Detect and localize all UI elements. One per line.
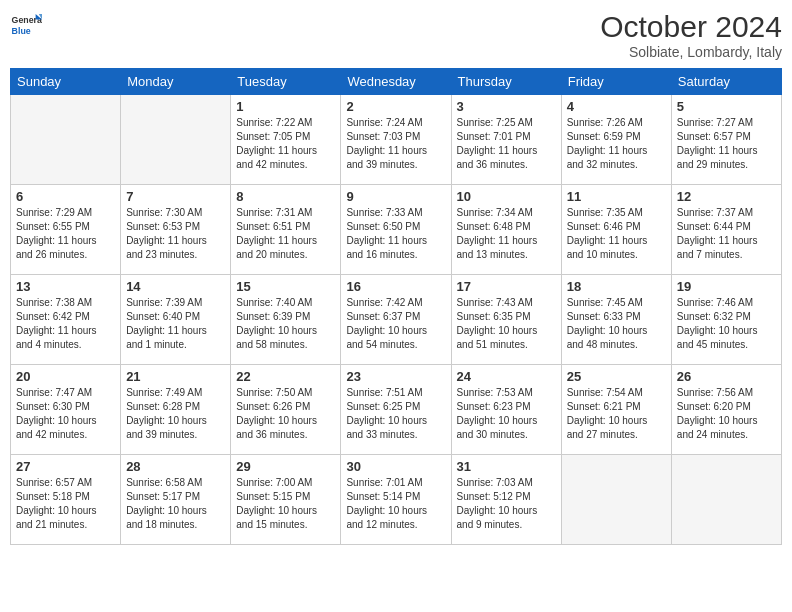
day-number: 21: [126, 369, 225, 384]
cell-info: Sunrise: 7:03 AM Sunset: 5:12 PM Dayligh…: [457, 476, 556, 532]
calendar-week-row: 6Sunrise: 7:29 AM Sunset: 6:55 PM Daylig…: [11, 185, 782, 275]
logo-icon: General Blue: [10, 10, 42, 42]
day-number: 3: [457, 99, 556, 114]
calendar-cell: 20Sunrise: 7:47 AM Sunset: 6:30 PM Dayli…: [11, 365, 121, 455]
day-number: 29: [236, 459, 335, 474]
calendar-cell: [121, 95, 231, 185]
calendar-header-row: SundayMondayTuesdayWednesdayThursdayFrid…: [11, 69, 782, 95]
col-header-sunday: Sunday: [11, 69, 121, 95]
day-number: 18: [567, 279, 666, 294]
calendar-cell: 30Sunrise: 7:01 AM Sunset: 5:14 PM Dayli…: [341, 455, 451, 545]
cell-info: Sunrise: 7:54 AM Sunset: 6:21 PM Dayligh…: [567, 386, 666, 442]
calendar-cell: 9Sunrise: 7:33 AM Sunset: 6:50 PM Daylig…: [341, 185, 451, 275]
calendar-cell: 1Sunrise: 7:22 AM Sunset: 7:05 PM Daylig…: [231, 95, 341, 185]
col-header-friday: Friday: [561, 69, 671, 95]
logo: General Blue: [10, 10, 42, 42]
svg-text:Blue: Blue: [12, 26, 31, 36]
cell-info: Sunrise: 7:33 AM Sunset: 6:50 PM Dayligh…: [346, 206, 445, 262]
cell-info: Sunrise: 7:34 AM Sunset: 6:48 PM Dayligh…: [457, 206, 556, 262]
calendar-cell: 14Sunrise: 7:39 AM Sunset: 6:40 PM Dayli…: [121, 275, 231, 365]
calendar-cell: 6Sunrise: 7:29 AM Sunset: 6:55 PM Daylig…: [11, 185, 121, 275]
calendar-week-row: 13Sunrise: 7:38 AM Sunset: 6:42 PM Dayli…: [11, 275, 782, 365]
day-number: 12: [677, 189, 776, 204]
calendar-table: SundayMondayTuesdayWednesdayThursdayFrid…: [10, 68, 782, 545]
calendar-cell: [561, 455, 671, 545]
day-number: 11: [567, 189, 666, 204]
calendar-cell: 11Sunrise: 7:35 AM Sunset: 6:46 PM Dayli…: [561, 185, 671, 275]
page-header: General Blue October 2024 Solbiate, Lomb…: [10, 10, 782, 60]
day-number: 10: [457, 189, 556, 204]
cell-info: Sunrise: 7:49 AM Sunset: 6:28 PM Dayligh…: [126, 386, 225, 442]
day-number: 30: [346, 459, 445, 474]
day-number: 8: [236, 189, 335, 204]
cell-info: Sunrise: 7:01 AM Sunset: 5:14 PM Dayligh…: [346, 476, 445, 532]
title-block: October 2024 Solbiate, Lombardy, Italy: [600, 10, 782, 60]
cell-info: Sunrise: 7:29 AM Sunset: 6:55 PM Dayligh…: [16, 206, 115, 262]
calendar-cell: 23Sunrise: 7:51 AM Sunset: 6:25 PM Dayli…: [341, 365, 451, 455]
calendar-cell: 2Sunrise: 7:24 AM Sunset: 7:03 PM Daylig…: [341, 95, 451, 185]
cell-info: Sunrise: 7:39 AM Sunset: 6:40 PM Dayligh…: [126, 296, 225, 352]
day-number: 19: [677, 279, 776, 294]
cell-info: Sunrise: 7:00 AM Sunset: 5:15 PM Dayligh…: [236, 476, 335, 532]
day-number: 25: [567, 369, 666, 384]
day-number: 6: [16, 189, 115, 204]
col-header-monday: Monday: [121, 69, 231, 95]
cell-info: Sunrise: 6:57 AM Sunset: 5:18 PM Dayligh…: [16, 476, 115, 532]
cell-info: Sunrise: 7:38 AM Sunset: 6:42 PM Dayligh…: [16, 296, 115, 352]
calendar-cell: 26Sunrise: 7:56 AM Sunset: 6:20 PM Dayli…: [671, 365, 781, 455]
calendar-cell: 8Sunrise: 7:31 AM Sunset: 6:51 PM Daylig…: [231, 185, 341, 275]
col-header-saturday: Saturday: [671, 69, 781, 95]
day-number: 16: [346, 279, 445, 294]
calendar-cell: 7Sunrise: 7:30 AM Sunset: 6:53 PM Daylig…: [121, 185, 231, 275]
day-number: 4: [567, 99, 666, 114]
calendar-cell: 18Sunrise: 7:45 AM Sunset: 6:33 PM Dayli…: [561, 275, 671, 365]
cell-info: Sunrise: 6:58 AM Sunset: 5:17 PM Dayligh…: [126, 476, 225, 532]
calendar-cell: 4Sunrise: 7:26 AM Sunset: 6:59 PM Daylig…: [561, 95, 671, 185]
day-number: 14: [126, 279, 225, 294]
cell-info: Sunrise: 7:30 AM Sunset: 6:53 PM Dayligh…: [126, 206, 225, 262]
calendar-cell: [11, 95, 121, 185]
day-number: 27: [16, 459, 115, 474]
calendar-cell: 5Sunrise: 7:27 AM Sunset: 6:57 PM Daylig…: [671, 95, 781, 185]
col-header-thursday: Thursday: [451, 69, 561, 95]
calendar-cell: 19Sunrise: 7:46 AM Sunset: 6:32 PM Dayli…: [671, 275, 781, 365]
cell-info: Sunrise: 7:53 AM Sunset: 6:23 PM Dayligh…: [457, 386, 556, 442]
cell-info: Sunrise: 7:35 AM Sunset: 6:46 PM Dayligh…: [567, 206, 666, 262]
calendar-week-row: 1Sunrise: 7:22 AM Sunset: 7:05 PM Daylig…: [11, 95, 782, 185]
calendar-week-row: 20Sunrise: 7:47 AM Sunset: 6:30 PM Dayli…: [11, 365, 782, 455]
month-title: October 2024: [600, 10, 782, 44]
cell-info: Sunrise: 7:46 AM Sunset: 6:32 PM Dayligh…: [677, 296, 776, 352]
calendar-cell: 10Sunrise: 7:34 AM Sunset: 6:48 PM Dayli…: [451, 185, 561, 275]
cell-info: Sunrise: 7:56 AM Sunset: 6:20 PM Dayligh…: [677, 386, 776, 442]
day-number: 20: [16, 369, 115, 384]
col-header-wednesday: Wednesday: [341, 69, 451, 95]
calendar-cell: 17Sunrise: 7:43 AM Sunset: 6:35 PM Dayli…: [451, 275, 561, 365]
day-number: 23: [346, 369, 445, 384]
day-number: 5: [677, 99, 776, 114]
cell-info: Sunrise: 7:47 AM Sunset: 6:30 PM Dayligh…: [16, 386, 115, 442]
day-number: 28: [126, 459, 225, 474]
day-number: 7: [126, 189, 225, 204]
calendar-cell: 13Sunrise: 7:38 AM Sunset: 6:42 PM Dayli…: [11, 275, 121, 365]
day-number: 1: [236, 99, 335, 114]
cell-info: Sunrise: 7:45 AM Sunset: 6:33 PM Dayligh…: [567, 296, 666, 352]
cell-info: Sunrise: 7:25 AM Sunset: 7:01 PM Dayligh…: [457, 116, 556, 172]
calendar-week-row: 27Sunrise: 6:57 AM Sunset: 5:18 PM Dayli…: [11, 455, 782, 545]
cell-info: Sunrise: 7:40 AM Sunset: 6:39 PM Dayligh…: [236, 296, 335, 352]
calendar-cell: 21Sunrise: 7:49 AM Sunset: 6:28 PM Dayli…: [121, 365, 231, 455]
calendar-cell: 24Sunrise: 7:53 AM Sunset: 6:23 PM Dayli…: [451, 365, 561, 455]
calendar-cell: 31Sunrise: 7:03 AM Sunset: 5:12 PM Dayli…: [451, 455, 561, 545]
calendar-cell: 25Sunrise: 7:54 AM Sunset: 6:21 PM Dayli…: [561, 365, 671, 455]
calendar-cell: 28Sunrise: 6:58 AM Sunset: 5:17 PM Dayli…: [121, 455, 231, 545]
calendar-cell: 16Sunrise: 7:42 AM Sunset: 6:37 PM Dayli…: [341, 275, 451, 365]
col-header-tuesday: Tuesday: [231, 69, 341, 95]
cell-info: Sunrise: 7:24 AM Sunset: 7:03 PM Dayligh…: [346, 116, 445, 172]
calendar-cell: [671, 455, 781, 545]
calendar-cell: 22Sunrise: 7:50 AM Sunset: 6:26 PM Dayli…: [231, 365, 341, 455]
calendar-cell: 12Sunrise: 7:37 AM Sunset: 6:44 PM Dayli…: [671, 185, 781, 275]
calendar-cell: 29Sunrise: 7:00 AM Sunset: 5:15 PM Dayli…: [231, 455, 341, 545]
cell-info: Sunrise: 7:31 AM Sunset: 6:51 PM Dayligh…: [236, 206, 335, 262]
cell-info: Sunrise: 7:22 AM Sunset: 7:05 PM Dayligh…: [236, 116, 335, 172]
calendar-cell: 3Sunrise: 7:25 AM Sunset: 7:01 PM Daylig…: [451, 95, 561, 185]
cell-info: Sunrise: 7:43 AM Sunset: 6:35 PM Dayligh…: [457, 296, 556, 352]
